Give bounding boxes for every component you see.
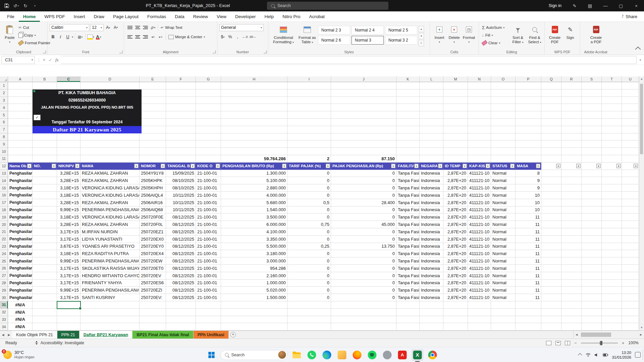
cell-K7[interactable] — [396, 126, 420, 133]
cell-S29[interactable] — [582, 287, 602, 294]
cell-G30[interactable]: 21-100-01 — [196, 294, 221, 301]
cell-B32[interactable] — [33, 309, 57, 316]
cell-U5[interactable] — [622, 111, 639, 119]
cell-H26[interactable]: 954.286 — [221, 265, 287, 272]
cell-L27[interactable]: Indonesia — [420, 272, 443, 280]
cell-S12[interactable]: ▼ — [582, 163, 602, 170]
cell-J19[interactable]: 0 — [331, 214, 396, 221]
column-header-D[interactable]: D — [80, 76, 140, 82]
cell-T9[interactable] — [602, 140, 622, 148]
cell-K3[interactable] — [396, 97, 420, 104]
row-header-13[interactable]: 13 — [0, 170, 8, 177]
underline-button[interactable]: U — [64, 34, 71, 40]
cell-G27[interactable]: 21-100-01 — [196, 272, 221, 280]
customize-quick-access-button[interactable]: ▾ — [31, 1, 39, 10]
cell-U2[interactable] — [622, 89, 639, 97]
column-header-I[interactable]: I — [287, 76, 331, 82]
cell-M27[interactable]: 2,87E+20 — [443, 272, 468, 280]
cell-G12[interactable]: KODE O▼ — [196, 163, 221, 170]
cell-A29[interactable]: Penghasilan yang diter — [8, 287, 33, 294]
cell-F31[interactable] — [166, 301, 196, 309]
ribbon-tab-data[interactable]: Data — [170, 11, 189, 22]
cell-K17[interactable]: Tanpa Fasi — [396, 199, 420, 206]
cell-N33[interactable] — [468, 316, 491, 323]
sort-filter-button[interactable]: Sort & Filter ▾ — [509, 23, 526, 45]
cell-N1[interactable] — [468, 82, 491, 89]
copy-button[interactable]: Copy▾ — [17, 32, 51, 39]
cell-O27[interactable]: Normal — [491, 272, 516, 280]
cell-G34[interactable] — [196, 323, 221, 330]
format-as-table-button[interactable]: Format as Table ▾ — [297, 23, 318, 45]
cell-P12[interactable]: MASA▼ — [516, 163, 541, 170]
cell-N26[interactable]: 411121-10 — [468, 265, 491, 272]
cell-Q20[interactable] — [541, 221, 561, 228]
cell-O28[interactable]: Normal — [491, 280, 516, 287]
cell-L10[interactable] — [420, 148, 443, 155]
decrease-decimal-button[interactable]: .00→ — [249, 34, 256, 40]
column-header-P[interactable]: P — [516, 76, 541, 82]
cell-J6[interactable] — [331, 119, 396, 126]
cell-N2[interactable] — [468, 89, 491, 97]
cell-G26[interactable]: 21-100-01 — [196, 265, 221, 272]
cell-U29[interactable] — [622, 287, 639, 294]
cell-G16[interactable]: 21-100-01 — [196, 192, 221, 199]
cell-I18[interactable]: 0 — [287, 206, 331, 214]
cell-E25[interactable]: 250720EW — [140, 257, 166, 265]
cell-Q21[interactable] — [541, 228, 561, 236]
cell-K30[interactable]: Tanpa Fasi — [396, 294, 420, 301]
battery-icon[interactable] — [603, 353, 608, 357]
row-header-8[interactable]: 8 — [0, 133, 8, 141]
cell-E27[interactable]: 250720EV — [140, 272, 166, 280]
cell-M20[interactable]: 2,87E+20 — [443, 221, 468, 228]
cell-D15[interactable]: VERONICA KIDUNG LARASA — [80, 184, 140, 192]
cell-J33[interactable] — [331, 316, 396, 323]
cell-F34[interactable] — [166, 323, 196, 330]
clipboard-dialog-launcher[interactable] — [43, 50, 46, 53]
cell-B34[interactable] — [33, 323, 57, 330]
cell-G13[interactable]: 21-100-01 — [196, 170, 221, 177]
cell-E28[interactable]: 250720ES6 — [140, 280, 166, 287]
new-sheet-button[interactable]: + — [229, 331, 237, 339]
cell-J12[interactable]: PAJAK PENGHASILAN (Rp)▼ — [331, 163, 396, 170]
filter-button-D[interactable]: ▼ — [134, 164, 139, 168]
cell-R24[interactable] — [561, 250, 582, 257]
scroll-right-icon[interactable]: ▶ — [638, 331, 644, 339]
app-button-2[interactable] — [381, 349, 393, 361]
ribbon-tab-draw[interactable]: Draw — [90, 11, 109, 22]
zoom-in-button[interactable]: + — [622, 341, 625, 346]
cell-I12[interactable]: TARIF PAJAK (%)▼ — [287, 163, 331, 170]
cell-I17[interactable]: 0,5 — [287, 199, 331, 206]
cell-R2[interactable] — [561, 89, 582, 97]
cell-Q6[interactable] — [541, 119, 561, 126]
cell-N31[interactable] — [468, 301, 491, 309]
cell-Q7[interactable] — [541, 126, 561, 133]
cell-D11[interactable] — [80, 155, 140, 163]
row-header-6[interactable]: 6 — [0, 119, 8, 126]
cell-A14[interactable]: Penghasilan yang diter — [8, 177, 33, 184]
conditional-formatting-button[interactable]: Conditional Formatting ▾ — [270, 23, 297, 45]
borders-button[interactable]: ⊞▾ — [77, 34, 84, 40]
cell-R34[interactable] — [561, 323, 582, 330]
cell-K22[interactable]: Tanpa Fasi — [396, 236, 420, 243]
cell-F5[interactable] — [166, 111, 196, 119]
cell-S26[interactable] — [582, 265, 602, 272]
cell-R12[interactable]: ▼ — [561, 163, 582, 170]
cell-R26[interactable] — [561, 265, 582, 272]
cell-L34[interactable] — [420, 323, 443, 330]
cell-U8[interactable] — [622, 133, 639, 141]
cell-Q19[interactable] — [541, 214, 561, 221]
cell-D20[interactable]: REZA AKMAL ZAHRAN — [80, 221, 140, 228]
cell-D16[interactable]: VERONICA KIDUNG LARASA — [80, 192, 140, 199]
maximize-button[interactable]: ▢ — [613, 0, 629, 11]
cell-U17[interactable] — [622, 199, 639, 206]
cell-M34[interactable] — [443, 323, 468, 330]
row-header-26[interactable]: 26 — [0, 265, 8, 272]
cell-N14[interactable]: 411121-10 — [468, 177, 491, 184]
cell-J18[interactable]: 0 — [331, 206, 396, 214]
cell-E10[interactable] — [140, 148, 166, 155]
cell-H9[interactable] — [221, 140, 287, 148]
font-family-select[interactable]: Calibri▾ — [50, 24, 89, 31]
cell-P23[interactable]: 11 — [516, 243, 541, 250]
cell-H7[interactable] — [221, 126, 287, 133]
cell-D21[interactable]: M.IRFAN NURDIN — [80, 228, 140, 236]
